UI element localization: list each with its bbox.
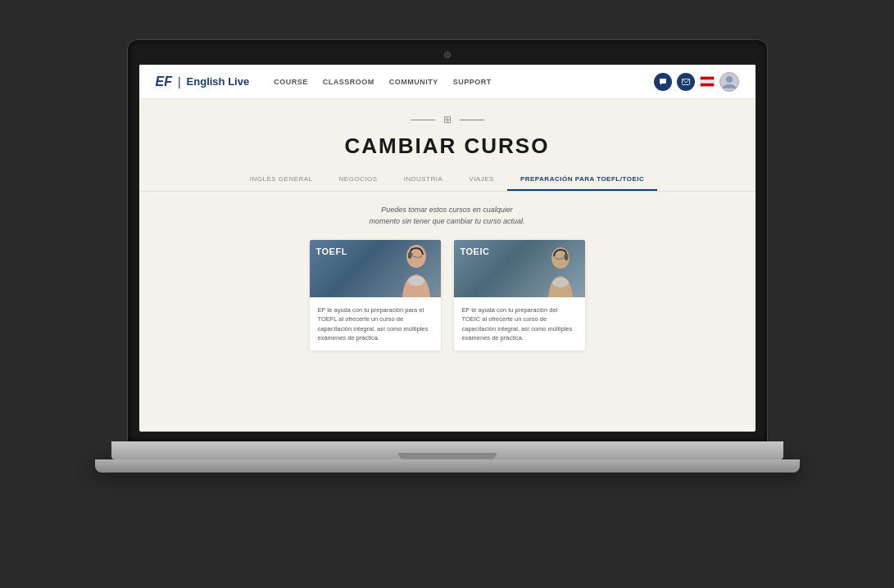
svg-marker-1 bbox=[660, 84, 662, 85]
tab-negocios[interactable]: NEGOCIOS bbox=[326, 169, 391, 191]
app-wrapper: EF | English Live COURSE CLASSROOM COMMU… bbox=[139, 65, 756, 432]
toeic-card-description: EF te ayuda con tu preparación del TOEIC… bbox=[462, 305, 577, 342]
language-flag[interactable] bbox=[700, 76, 715, 87]
tab-toefl-toeic[interactable]: PREPARACIÓN PARA TOEFL/TOEIC bbox=[507, 169, 657, 191]
toeic-card-image: TOEIC bbox=[454, 240, 585, 297]
svg-rect-13 bbox=[565, 254, 568, 260]
title-line-right bbox=[460, 120, 484, 120]
title-line-left bbox=[411, 120, 435, 120]
title-area: ⊞ CAMBIAR CURSO bbox=[139, 99, 756, 169]
logo-ef: EF bbox=[156, 75, 172, 89]
tabs-area: INGLÉS GENERAL NEGOCIOS INDUSTRIA VIAJES… bbox=[139, 169, 756, 192]
page-title: CAMBIAR CURSO bbox=[345, 133, 550, 159]
title-decoration: ⊞ bbox=[411, 114, 484, 125]
main-content: ⊞ CAMBIAR CURSO INGLÉS GENERAL NEGOCIOS … bbox=[139, 99, 756, 432]
svg-rect-9 bbox=[408, 252, 411, 259]
user-avatar[interactable] bbox=[719, 72, 739, 92]
nav-support[interactable]: SUPPORT bbox=[453, 78, 492, 86]
toeic-card-body: EF te ayuda con tu preparación del TOEIC… bbox=[454, 297, 585, 351]
toefl-person-icon bbox=[379, 242, 441, 297]
toeic-card-label: TOEIC bbox=[461, 247, 490, 256]
laptop-base bbox=[111, 441, 783, 459]
header-icons bbox=[654, 72, 739, 92]
tab-ingles-general[interactable]: INGLÉS GENERAL bbox=[237, 169, 326, 191]
cards-grid: TOEFL bbox=[188, 240, 706, 351]
laptop-bottom bbox=[95, 459, 800, 473]
laptop-screen-outer: EF | English Live COURSE CLASSROOM COMMU… bbox=[128, 40, 767, 441]
course-content: Puedes tomar estos cursos en cualquier m… bbox=[139, 205, 756, 351]
logo-area: EF | English Live bbox=[156, 75, 250, 89]
nav-course[interactable]: COURSE bbox=[274, 78, 308, 86]
logo-divider: | bbox=[178, 75, 181, 88]
app-header: EF | English Live COURSE CLASSROOM COMMU… bbox=[139, 65, 756, 99]
toefl-card-image: TOEFL bbox=[310, 240, 441, 297]
toefl-card-body: EF te ayuda con tu preparación para el T… bbox=[310, 297, 441, 351]
svg-point-10 bbox=[408, 276, 424, 286]
svg-point-14 bbox=[552, 278, 569, 287]
nav-items: COURSE CLASSROOM COMMUNITY SUPPORT bbox=[274, 78, 653, 86]
webcam-dot bbox=[444, 52, 451, 58]
svg-rect-5 bbox=[701, 79, 714, 83]
svg-rect-0 bbox=[660, 79, 666, 84]
subtitle-text: Puedes tomar estos cursos en cualquier m… bbox=[188, 205, 706, 227]
toefl-card-description: EF te ayuda con tu preparación para el T… bbox=[318, 305, 433, 342]
tab-industria[interactable]: INDUSTRIA bbox=[391, 169, 456, 191]
laptop-container: EF | English Live COURSE CLASSROOM COMMU… bbox=[95, 40, 800, 548]
toefl-card[interactable]: TOEFL bbox=[310, 240, 441, 351]
chat-icon[interactable] bbox=[654, 73, 672, 91]
toeic-card[interactable]: TOEIC bbox=[454, 240, 585, 351]
nav-community[interactable]: COMMUNITY bbox=[389, 78, 438, 86]
toefl-card-label: TOEFL bbox=[316, 247, 347, 256]
laptop-screen-inner: EF | English Live COURSE CLASSROOM COMMU… bbox=[139, 65, 756, 432]
email-icon[interactable] bbox=[677, 73, 695, 91]
grid-icon: ⊞ bbox=[443, 114, 452, 125]
toeic-person-icon bbox=[524, 242, 585, 297]
logo-english-live: English Live bbox=[187, 75, 250, 88]
svg-point-6 bbox=[726, 76, 733, 83]
tab-viajes[interactable]: VIAJES bbox=[456, 169, 507, 191]
nav-classroom[interactable]: CLASSROOM bbox=[323, 78, 374, 86]
